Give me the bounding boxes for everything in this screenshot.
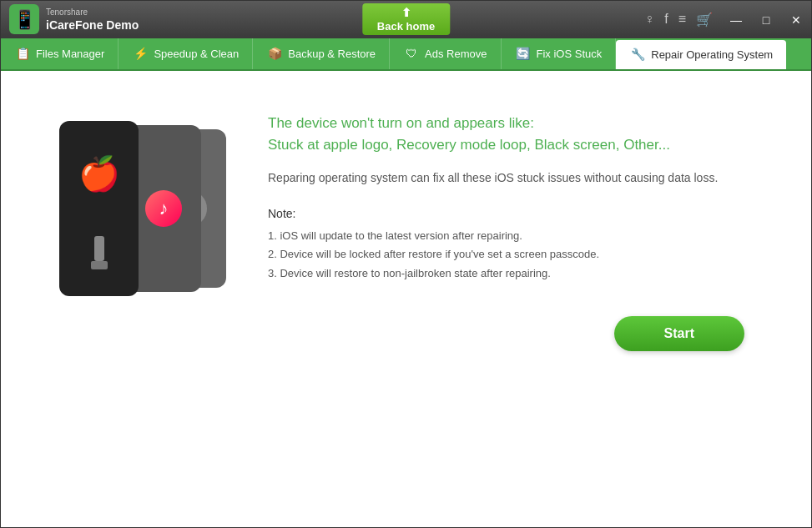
speedup-clean-icon: ⚡ (132, 45, 149, 62)
files-manager-icon: 📋 (14, 45, 31, 62)
main-content: ? ♪ 🍎 The device won't turn on and appea… (1, 71, 811, 527)
app-name: iCareFone Demo (46, 18, 139, 33)
tab-fix-ios-stuck[interactable]: 🔄 Fix iOS Stuck (502, 38, 617, 69)
tab-repair-os-label: Repair Operating System (651, 48, 773, 61)
notes-section: Note: 1. iOS will update to the latest v… (268, 207, 778, 282)
note-label: Note: (268, 207, 778, 220)
title-bar-icons: ♀ f ≡ 🛒 (644, 0, 719, 38)
fix-ios-stuck-icon: 🔄 (515, 45, 532, 62)
start-button[interactable]: Start (614, 316, 744, 351)
note-item-2: 2. Device will be locked after restore i… (268, 245, 778, 264)
window-controls: — □ ✕ (721, 1, 811, 39)
title-bar: 📱 Tenorshare iCareFone Demo ⬆ Back home … (1, 1, 811, 38)
facebook-icon[interactable]: f (664, 12, 668, 27)
app-title-text: Tenorshare iCareFone Demo (46, 7, 139, 33)
cart-icon[interactable]: 🛒 (696, 12, 713, 28)
minimize-button[interactable]: — (721, 1, 751, 39)
tab-files-manager-label: Files Manager (36, 48, 104, 60)
maximize-button[interactable]: □ (751, 1, 781, 39)
description: Reparing operating system can fix all th… (268, 168, 778, 187)
backup-restore-icon: 📦 (266, 45, 283, 62)
back-home-button[interactable]: ⬆ Back home (362, 3, 450, 35)
repair-os-icon: 🔧 (629, 46, 646, 63)
tab-backup-restore-label: Backup & Restore (288, 48, 376, 60)
nav-tabs: 📋 Files Manager ⚡ Speedup & Clean 📦 Back… (1, 38, 811, 71)
ads-remove-icon: 🛡 (403, 45, 420, 62)
headline-line2: Stuck at apple logo, Recovery mode loop,… (268, 134, 778, 156)
music-icon: ♪ (145, 190, 182, 227)
pin-icon[interactable]: ♀ (644, 12, 654, 27)
close-button[interactable]: ✕ (781, 1, 811, 39)
headline-line1: The device won't turn on and appears lik… (268, 113, 778, 134)
connector-icon (94, 236, 104, 261)
tab-fix-ios-stuck-label: Fix iOS Stuck (537, 48, 603, 60)
tab-backup-restore[interactable]: 📦 Backup & Restore (253, 38, 390, 69)
headline: The device won't turn on and appears lik… (268, 113, 778, 155)
tab-ads-remove-label: Ads Remove (425, 48, 487, 60)
note-item-1: 1. iOS will update to the latest version… (268, 227, 778, 245)
back-home-label: Back home (377, 20, 435, 33)
app-logo-icon: 📱 (9, 4, 39, 34)
right-content: The device won't turn on and appears lik… (268, 104, 778, 351)
tab-repair-operating-system[interactable]: 🔧 Repair Operating System (616, 40, 786, 69)
tab-files-manager[interactable]: 📋 Files Manager (1, 38, 119, 69)
svg-text:📱: 📱 (13, 8, 37, 31)
device-card-front: 🍎 (59, 121, 139, 296)
menu-icon[interactable]: ≡ (678, 12, 686, 27)
tab-speedup-clean[interactable]: ⚡ Speedup & Clean (119, 38, 253, 69)
device-illustration: ? ♪ 🍎 (51, 121, 235, 338)
tab-ads-remove[interactable]: 🛡 Ads Remove (390, 38, 501, 69)
tab-speedup-clean-label: Speedup & Clean (154, 48, 239, 60)
app-logo-area: 📱 Tenorshare iCareFone Demo (1, 4, 139, 34)
back-home-arrow-icon: ⬆ (401, 7, 411, 18)
apple-logo-icon: 🍎 (78, 157, 120, 190)
start-button-container: Start (268, 316, 778, 351)
brand-name: Tenorshare (46, 7, 139, 18)
app-window: 📱 Tenorshare iCareFone Demo ⬆ Back home … (0, 0, 812, 528)
note-item-3: 3. Device will restore to non-jailbroken… (268, 264, 778, 283)
content-area: ? ♪ 🍎 The device won't turn on and appea… (1, 71, 811, 527)
